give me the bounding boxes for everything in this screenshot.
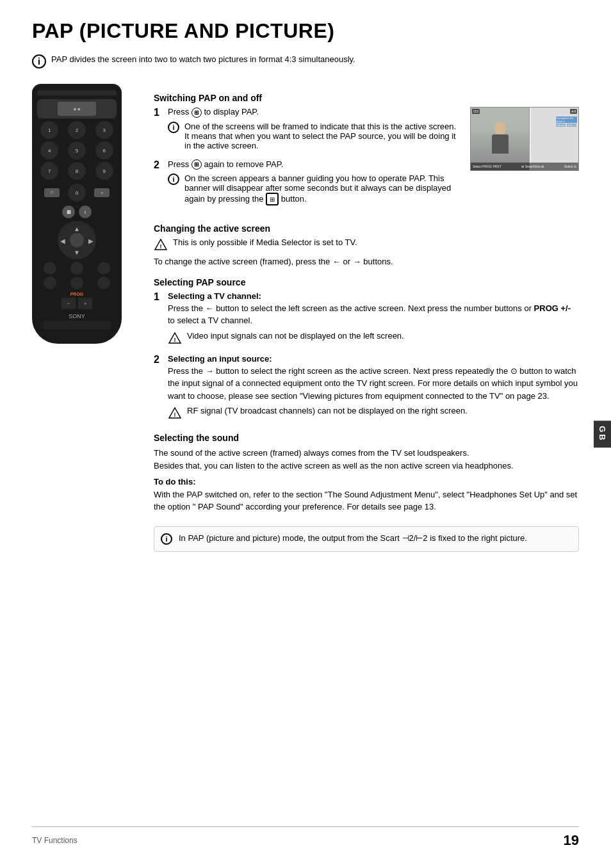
step-2-number: 2 — [154, 159, 163, 171]
prog-bold: PROG +/- — [534, 303, 571, 313]
source-step2-warning: ! RF signal (TV broadcast channels) can … — [168, 406, 579, 420]
remote-bottom-buttons — [37, 262, 117, 289]
person-body — [492, 134, 509, 154]
tv-screenshot-container: 553 ✦4 Navegador del Botón a ● Andal ●Wi — [470, 107, 579, 214]
step1-with-image: 1 Press ⊞ to display PAP. i One of the s… — [154, 107, 579, 214]
remote-special-right[interactable]: ≡ — [94, 188, 110, 197]
remote-btn-1[interactable]: 1 — [40, 121, 58, 139]
source-step1-text: Press the ← button to select the left sc… — [168, 302, 579, 327]
tv-status-right: Select ⊟ — [564, 165, 576, 168]
pap-sq-icon: ⊞ — [266, 193, 279, 205]
source-step2-row: 2 Selecting an input source: Press the →… — [154, 354, 579, 424]
remote-btn-6[interactable]: 6 — [95, 141, 113, 159]
bottom-info-note: i In PAP (picture and picture) mode, the… — [154, 526, 579, 552]
remote-btn-2[interactable]: 2 — [68, 121, 86, 139]
sound-todo-text: With the PAP switched on, refer to the s… — [154, 488, 579, 513]
sound-todo-heading: To do this: — [154, 476, 579, 488]
person-head — [494, 122, 506, 134]
tv-status-left: Select PROG PRST — [473, 165, 501, 168]
step-1-detail: i One of the screens will be framed to i… — [168, 122, 462, 150]
remote-screen-text: ■ ■ — [74, 107, 80, 111]
step-1-row: 1 Press ⊞ to display PAP. i One of the s… — [154, 107, 462, 154]
remote-btn-8[interactable]: 8 — [68, 162, 86, 180]
switching-section: Switching PAP on and off 1 Press ⊞ to di… — [154, 93, 579, 214]
remote-color-btn-1[interactable] — [44, 262, 56, 275]
remote-btn-3[interactable]: 3 — [95, 121, 113, 139]
source-step1-number: 1 — [154, 291, 163, 303]
remote-btn-9[interactable]: 9 — [95, 162, 113, 180]
remote-vol-btn[interactable] — [44, 277, 56, 289]
step-1-text: Press ⊞ to display PAP. — [168, 107, 259, 117]
step-1-number: 1 — [154, 107, 163, 118]
prog-label: PROG — [70, 292, 84, 296]
tv-menu-options: ● Andal ●Wiz © — [556, 124, 577, 127]
source-step1-content: Selecting a TV channel: Press the ← butt… — [168, 291, 579, 349]
step-2-info-icon: i — [168, 173, 179, 185]
tv-channel-badge-right: ✦4 — [570, 109, 577, 114]
remote-top-bar — [37, 90, 117, 95]
source-step1-warning: ! Video input signals can not be display… — [168, 331, 579, 345]
remote-btn-4[interactable]: 4 — [40, 141, 58, 159]
remote-right-arrow[interactable]: ▶ — [88, 237, 94, 245]
footer-page-number: 19 — [564, 832, 579, 849]
bottom-info-icon: i — [161, 533, 172, 545]
prog-plus[interactable]: + — [78, 298, 92, 309]
bottom-note-text: In PAP (picture and picture) mode, the o… — [179, 533, 527, 543]
tv-opt-1: ● Andal — [556, 124, 566, 127]
step-1-info-icon: i — [168, 122, 179, 133]
remote-pap-button[interactable]: ⊞ — [62, 205, 75, 218]
source-step2-number: 2 — [154, 354, 163, 366]
source-step1-row: 1 Selecting a TV channel: Press the ← bu… — [154, 291, 579, 349]
remote-left-arrow[interactable]: ◀ — [60, 237, 65, 245]
tv-status-mid: ⊞ SmartView ⊞ — [521, 165, 544, 168]
tv-opt-2: ●Wiz © — [567, 124, 576, 127]
remote-down-arrow[interactable]: ▼ — [74, 249, 80, 256]
remote-bottom-bar — [42, 321, 111, 330]
remote-num-buttons: 1 2 3 4 5 6 7 8 9 — [37, 121, 117, 180]
remote-brand: SONY — [37, 313, 117, 319]
warning-triangle-svg-2: ! — [168, 332, 181, 344]
warning-icon-1: ! — [154, 237, 168, 252]
instructions-column: Switching PAP on and off 1 Press ⊞ to di… — [154, 84, 579, 558]
todo-bold: To do this: — [154, 477, 195, 486]
source-step2-subheading: Selecting an input source: — [168, 354, 579, 364]
source-step1-subheading: Selecting a TV channel: — [168, 291, 579, 301]
info-icon: i — [32, 54, 46, 68]
changing-warning-row: ! This is only possible if Media Selecto… — [154, 237, 579, 252]
page-footer: TV Functions 19 — [32, 826, 579, 849]
remote-up-arrow[interactable]: ▲ — [74, 225, 80, 232]
intro-text: PAP divides the screen into two to watch… — [51, 54, 355, 64]
page-title: PAP (PICTURE AND PICTURE) — [32, 19, 579, 43]
remote-special-left[interactable]: ⊙ — [44, 188, 60, 197]
footer-right: 19 — [564, 832, 579, 849]
remote-nav-center[interactable] — [70, 233, 84, 247]
sound-section: Selecting the sound The sound of the act… — [154, 433, 579, 513]
remote-btn-5[interactable]: 5 — [68, 141, 86, 159]
warning-icon-3: ! — [168, 406, 182, 420]
svg-text:!: ! — [174, 412, 176, 418]
warning-icon-2: ! — [168, 331, 182, 345]
sound-text1: The sound of the active screen (framed) … — [154, 447, 579, 460]
step-1-text-block: Press ⊞ to display PAP. i One of the scr… — [168, 107, 462, 154]
remote-mute-btn[interactable] — [70, 277, 83, 289]
step-2-note: On the screen appears a banner guiding y… — [184, 173, 462, 205]
step-2-detail: i On the screen appears a banner guiding… — [168, 173, 462, 205]
remote-ch-btn[interactable] — [97, 277, 110, 289]
remote-color-btn-3[interactable] — [97, 262, 110, 275]
step-2-text-block: Press ⊞ again to remove PAP. i On the sc… — [168, 159, 462, 210]
pap-button-icon-2: ⊞ — [191, 159, 202, 170]
source-step2-text: Press the → button to select the right s… — [168, 365, 579, 403]
tv-status-bar: Select PROG PRST ⊞ SmartView ⊞ Select ⊟ — [471, 163, 578, 170]
remote-color-btn-2[interactable] — [70, 262, 83, 275]
source-step2-content: Selecting an input source: Press the → b… — [168, 354, 579, 424]
pap-button-icon: ⊞ — [191, 108, 202, 118]
remote-info-button[interactable]: i — [79, 205, 92, 218]
step1-content: 1 Press ⊞ to display PAP. i One of the s… — [154, 107, 462, 214]
source-step1-warning-text: Video input signals can not be displayed… — [187, 331, 404, 341]
intro-info-box: i PAP divides the screen into two to wat… — [32, 54, 579, 68]
remote-btn-7[interactable]: 7 — [40, 162, 58, 180]
prog-minus[interactable]: − — [61, 298, 76, 309]
remote-btn-0[interactable]: 0 — [68, 184, 86, 202]
warning-triangle-svg: ! — [154, 239, 167, 250]
sound-text2: Besides that, you can listen to the acti… — [154, 460, 579, 472]
